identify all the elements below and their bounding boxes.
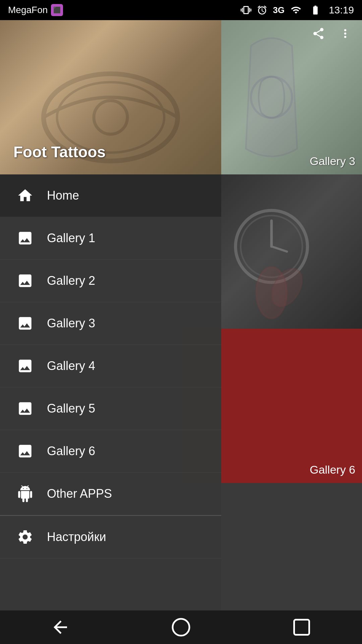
svg-point-12 bbox=[94, 101, 127, 134]
navigation-drawer: Foot Tattoos Home Gallery bbox=[0, 20, 221, 610]
carrier-name: MegaFon bbox=[8, 5, 48, 15]
navigation-bar bbox=[0, 610, 362, 644]
share-button[interactable] bbox=[308, 23, 328, 44]
svg-point-13 bbox=[173, 619, 189, 636]
menu-item-gallery3[interactable]: Gallery 3 bbox=[0, 302, 221, 345]
gallery6-icon bbox=[13, 439, 37, 463]
status-bar: MegaFon ⬛ 3G 13:19 bbox=[0, 0, 362, 20]
battery-icon bbox=[307, 5, 323, 15]
drawer-title: Foot Tattoos bbox=[13, 143, 106, 161]
alarm-icon bbox=[257, 5, 267, 15]
menu-gallery1-label: Gallery 1 bbox=[47, 231, 95, 245]
menu-item-other-apps[interactable]: Other APPS bbox=[0, 473, 221, 515]
menu-gallery5-label: Gallery 5 bbox=[47, 401, 95, 416]
menu-item-gallery1[interactable]: Gallery 1 bbox=[0, 217, 221, 260]
carrier-icon: ⬛ bbox=[51, 4, 63, 16]
menu-other-apps-label: Other APPS bbox=[47, 487, 112, 501]
carrier-info: MegaFon ⬛ bbox=[8, 4, 63, 16]
vibrate-icon bbox=[241, 5, 251, 15]
menu-gallery3-label: Gallery 3 bbox=[47, 316, 95, 330]
gallery6-label: Gallery 6 bbox=[310, 463, 355, 476]
menu-item-gallery4[interactable]: Gallery 4 bbox=[0, 345, 221, 387]
more-options-button[interactable] bbox=[335, 23, 355, 44]
svg-rect-14 bbox=[294, 620, 309, 635]
menu-item-settings[interactable]: Настройки bbox=[0, 516, 221, 558]
recents-button[interactable] bbox=[288, 614, 315, 641]
main-area: Gallery 3 Gallery 6 bbox=[0, 20, 362, 610]
menu-item-home[interactable]: Home bbox=[0, 174, 221, 217]
drawer-menu-list: Home Gallery 1 Gallery 2 bbox=[0, 174, 221, 610]
android-icon bbox=[13, 482, 37, 505]
gallery4-icon bbox=[13, 354, 37, 378]
gallery3-label: Gallery 3 bbox=[310, 155, 355, 168]
menu-gallery6-label: Gallery 6 bbox=[47, 444, 95, 458]
gallery3-icon bbox=[13, 312, 37, 335]
status-indicators: 3G 13:19 bbox=[241, 4, 354, 16]
home-icon bbox=[13, 184, 37, 207]
menu-item-gallery2[interactable]: Gallery 2 bbox=[0, 260, 221, 302]
time-display: 13:19 bbox=[329, 4, 354, 16]
svg-point-11 bbox=[57, 82, 164, 153]
svg-line-7 bbox=[272, 247, 287, 252]
gallery5-icon bbox=[13, 397, 37, 420]
back-button[interactable] bbox=[47, 614, 74, 641]
drawer-header: Foot Tattoos bbox=[0, 20, 221, 174]
menu-gallery4-label: Gallery 4 bbox=[47, 359, 95, 373]
network-indicator: 3G bbox=[273, 5, 285, 15]
home-nav-button[interactable] bbox=[168, 614, 194, 641]
menu-home-label: Home bbox=[47, 189, 79, 203]
gallery1-icon bbox=[13, 226, 37, 250]
signal-icon bbox=[290, 5, 302, 15]
settings-icon bbox=[13, 525, 37, 549]
menu-gallery2-label: Gallery 2 bbox=[47, 274, 95, 288]
gallery2-icon bbox=[13, 269, 37, 292]
menu-item-gallery5[interactable]: Gallery 5 bbox=[0, 387, 221, 430]
menu-item-gallery6[interactable]: Gallery 6 bbox=[0, 430, 221, 473]
action-bar bbox=[295, 20, 362, 47]
menu-settings-label: Настройки bbox=[47, 530, 106, 544]
